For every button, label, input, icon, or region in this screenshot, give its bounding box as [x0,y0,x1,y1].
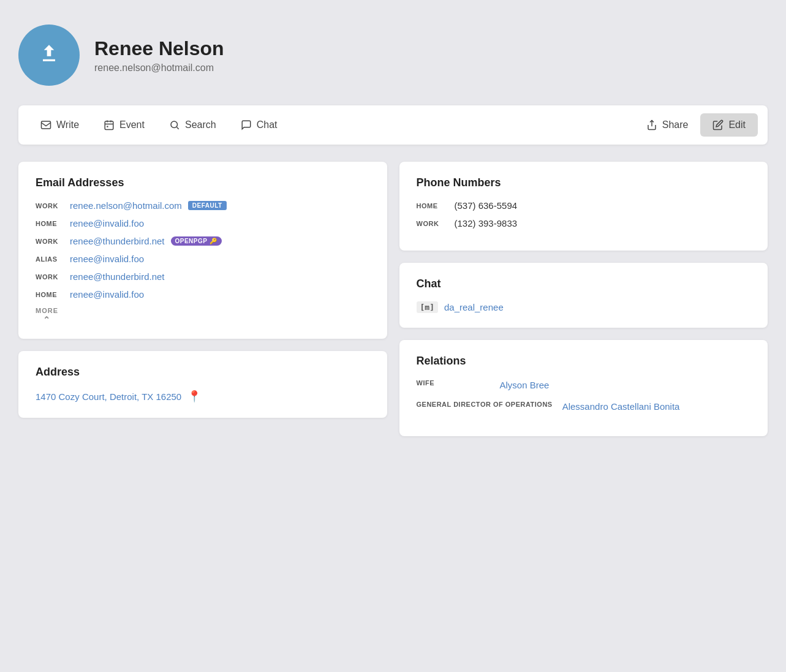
phone-type-0: HOME [417,202,445,210]
profile-info: Renee Nelson renee.nelson@hotmail.com [94,37,224,74]
badge-openpgp-2: OPENPGP 🔑 [171,236,222,246]
chat-title: Chat [417,277,751,290]
email-type-3: ALIAS [36,255,64,263]
phone-numbers-card: Phone Numbers HOME (537) 636-5594 WORK (… [399,162,768,251]
relation-row: WIFE Alyson Bree [417,379,751,391]
search-label: Search [185,119,216,130]
email-row: WORK renee@thunderbird.net [36,271,370,282]
phone-number-0: (537) 636-5594 [455,200,518,211]
svg-rect-2 [107,126,108,127]
more-button[interactable]: MORE ⌃ [36,307,58,324]
address-row: 1470 Cozy Court, Detroit, TX 16250 📍 [36,390,370,403]
chevron-down-icon: ⌃ [43,315,51,324]
phone-row: HOME (537) 636-5594 [417,200,751,211]
calendar-icon [104,119,115,130]
svg-rect-0 [42,121,51,129]
edit-button[interactable]: Edit [700,113,758,137]
address-title: Address [36,366,370,379]
chat-handle[interactable]: da_real_renee [444,302,504,312]
more-label: MORE [36,307,58,314]
upload-icon [37,43,61,67]
email-row: WORK renee@thunderbird.net OPENPGP 🔑 [36,236,370,246]
write-label: Write [56,119,79,130]
email-address-1[interactable]: renee@invalid.foo [70,218,144,228]
email-type-0: WORK [36,202,64,210]
relation-type-0: WIFE [417,379,490,388]
address-value[interactable]: 1470 Cozy Court, Detroit, TX 16250 [36,391,181,402]
event-button[interactable]: Event [91,113,157,137]
email-type-1: HOME [36,220,64,227]
phone-number-1: (132) 393-9833 [455,218,518,228]
chat-card: Chat [m] da_real_renee [399,263,768,328]
svg-point-3 [171,121,178,128]
email-type-5: HOME [36,291,64,298]
email-type-4: WORK [36,273,64,281]
email-address-4[interactable]: renee@thunderbird.net [70,271,165,282]
event-label: Event [119,119,145,130]
badge-default-0: DEFAULT [188,201,227,210]
chat-button[interactable]: Chat [229,113,290,137]
chat-icon [241,119,252,130]
email-type-2: WORK [36,238,64,245]
relations-card: Relations WIFE Alyson Bree GENERAL DIREC… [399,340,768,436]
chat-row: [m] da_real_renee [417,301,751,313]
search-button[interactable]: Search [157,113,229,137]
share-icon [646,119,657,130]
content-grid: Email Addresses WORK renee.nelson@hotmai… [18,162,768,436]
profile-header: Renee Nelson renee.nelson@hotmail.com [18,25,768,86]
email-row: ALIAS renee@invalid.foo [36,254,370,264]
write-button[interactable]: Write [28,113,91,137]
email-address-0[interactable]: renee.nelson@hotmail.com [70,200,182,211]
right-column: Phone Numbers HOME (537) 636-5594 WORK (… [399,162,768,436]
email-row: HOME renee@invalid.foo [36,218,370,228]
email-addresses-title: Email Addresses [36,176,370,189]
map-pin-icon: 📍 [187,390,201,403]
email-row: WORK renee.nelson@hotmail.com DEFAULT [36,200,370,211]
relation-row: GENERAL DIRECTOR OF OPERATIONS Alessandr… [417,400,751,413]
relation-name-1[interactable]: Alessandro Castellani Bonita [562,400,680,413]
chat-label: Chat [257,119,278,130]
relations-title: Relations [417,355,751,368]
phone-row: WORK (132) 393-9833 [417,218,751,228]
email-address-5[interactable]: renee@invalid.foo [70,289,144,300]
avatar[interactable] [18,25,80,86]
profile-name: Renee Nelson [94,37,224,60]
svg-rect-1 [105,121,113,130]
profile-email: renee.nelson@hotmail.com [94,62,224,74]
search-icon [169,119,180,130]
phone-numbers-title: Phone Numbers [417,176,751,189]
address-card: Address 1470 Cozy Court, Detroit, TX 162… [18,351,387,418]
matrix-icon: [m] [417,301,438,313]
share-button[interactable]: Share [634,113,701,137]
edit-icon [712,119,724,130]
email-addresses-card: Email Addresses WORK renee.nelson@hotmai… [18,162,387,339]
relation-type-1: GENERAL DIRECTOR OF OPERATIONS [417,400,553,409]
relation-name-0[interactable]: Alyson Bree [500,379,550,391]
email-row: HOME renee@invalid.foo [36,289,370,300]
share-label: Share [662,119,689,130]
toolbar: Write Event Search Chat Share Edi [18,105,768,145]
mail-icon [40,119,51,130]
left-column: Email Addresses WORK renee.nelson@hotmai… [18,162,387,418]
edit-label: Edit [728,119,746,130]
email-address-2[interactable]: renee@thunderbird.net [70,236,165,246]
phone-type-1: WORK [417,220,445,227]
email-address-3[interactable]: renee@invalid.foo [70,254,144,264]
